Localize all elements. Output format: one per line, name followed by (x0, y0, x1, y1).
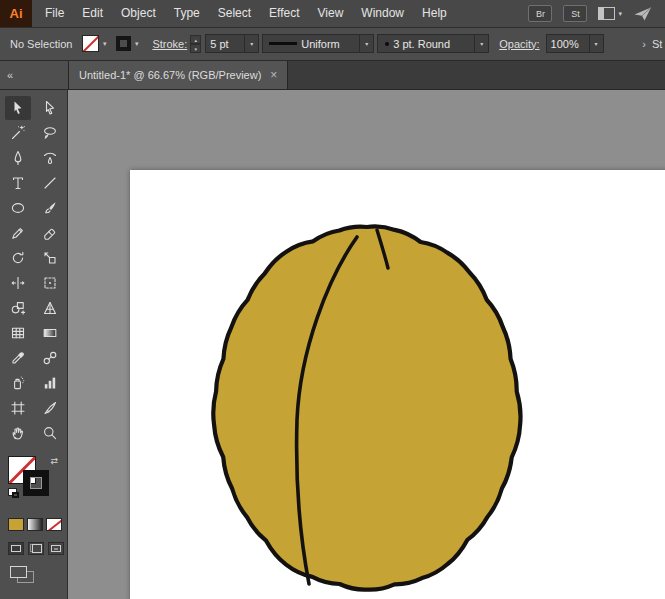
workspace-switcher[interactable]: ▾ (598, 7, 622, 20)
hand-tool[interactable] (5, 421, 31, 445)
paintbrush-tool[interactable] (37, 196, 63, 220)
curvature-tool[interactable] (37, 146, 63, 170)
stock-button[interactable]: St (563, 5, 587, 22)
coconut-body[interactable] (213, 226, 520, 589)
color-button[interactable] (8, 518, 24, 531)
menubar-right: Br St ▾ (528, 5, 665, 22)
canvas-area[interactable] (69, 91, 665, 599)
line-segment-tool-icon (42, 175, 58, 191)
selection-tool[interactable] (5, 96, 31, 120)
blend-tool[interactable] (37, 346, 63, 370)
selection-tool-icon (10, 100, 26, 116)
width-profile-select[interactable]: Uniform ▾ (262, 34, 374, 53)
coconut-artwork (130, 170, 665, 599)
draw-inside-button[interactable] (48, 542, 64, 555)
type-tool[interactable] (5, 171, 31, 195)
eyedropper-tool[interactable] (5, 346, 31, 370)
color-type-row (8, 518, 62, 531)
stepper-down-icon[interactable]: ▾ (190, 44, 201, 53)
shape-builder-tool[interactable] (5, 296, 31, 320)
gradient-tool[interactable] (37, 321, 63, 345)
menu-effect[interactable]: Effect (260, 0, 308, 27)
stroke-panel-link[interactable]: Stroke: (152, 38, 187, 50)
eraser-tool[interactable] (37, 221, 63, 245)
draw-behind-button[interactable] (28, 542, 44, 555)
magic-wand-tool-icon (10, 125, 26, 141)
chevron-down-icon: ▾ (618, 10, 622, 17)
magic-wand-tool[interactable] (5, 121, 31, 145)
stroke-chevron-icon[interactable]: ▾ (131, 40, 142, 48)
stroke-weight-value: 5 pt (206, 38, 244, 50)
menu-edit[interactable]: Edit (73, 0, 112, 27)
default-fill-stroke-icon[interactable] (8, 488, 21, 499)
workspace-icon (598, 7, 615, 20)
brush-value: 3 pt. Round (389, 38, 474, 50)
menu-view[interactable]: View (309, 0, 353, 27)
document-tab[interactable]: Untitled-1* @ 66.67% (RGB/Preview) × (68, 61, 288, 89)
zoom-tool[interactable] (37, 421, 63, 445)
stroke-color-swatch[interactable] (116, 36, 131, 51)
symbol-sprayer-tool[interactable] (5, 371, 31, 395)
mesh-tool[interactable] (5, 321, 31, 345)
menu-help[interactable]: Help (413, 0, 456, 27)
paintbrush-tool-icon (42, 200, 58, 216)
menu-select[interactable]: Select (209, 0, 260, 27)
perspective-grid-tool-icon (42, 300, 58, 316)
app-logo: Ai (0, 0, 32, 27)
width-tool[interactable] (5, 271, 31, 295)
pencil-tool[interactable] (5, 221, 31, 245)
menu-window[interactable]: Window (352, 0, 413, 27)
menu-type[interactable]: Type (165, 0, 209, 27)
opacity-select[interactable]: 100% ▾ (546, 34, 604, 53)
bridge-button[interactable]: Br (528, 5, 552, 22)
stroke-swatch-black[interactable] (23, 470, 49, 496)
chevron-down-icon[interactable]: ▾ (244, 35, 258, 52)
artboard-tool[interactable] (5, 396, 31, 420)
menubar: Ai FileEditObjectTypeSelectEffectViewWin… (0, 0, 665, 28)
gradient-tool-icon (42, 325, 58, 341)
menu-file[interactable]: File (36, 0, 73, 27)
none-button[interactable] (46, 518, 62, 531)
gradient-button[interactable] (27, 518, 43, 531)
chevron-down-icon[interactable]: ▾ (474, 35, 488, 52)
menu-object[interactable]: Object (112, 0, 165, 27)
document-tab-title: Untitled-1* @ 66.67% (RGB/Preview) (79, 69, 261, 81)
tools-panel: ⇄ (0, 90, 68, 599)
artboard[interactable] (130, 170, 665, 599)
direct-selection-tool[interactable] (37, 96, 63, 120)
drawing-modes (8, 542, 64, 555)
rotate-tool[interactable] (5, 246, 31, 270)
chevron-down-icon[interactable]: ▾ (359, 35, 373, 52)
line-segment-tool[interactable] (37, 171, 63, 195)
stroke-weight-stepper[interactable]: ▴ ▾ (190, 35, 201, 53)
swap-fill-stroke-icon[interactable]: ⇄ (50, 456, 58, 466)
scale-tool[interactable] (37, 246, 63, 270)
lasso-tool[interactable] (37, 121, 63, 145)
curvature-tool-icon (42, 150, 58, 166)
chevron-down-icon[interactable]: ▾ (589, 35, 603, 52)
more-options-button[interactable]: › (636, 38, 652, 50)
stroke-weight-select[interactable]: 5 pt ▾ (205, 34, 259, 53)
rotate-tool-icon (10, 250, 26, 266)
toolbar-collapse-button[interactable]: « (0, 61, 68, 89)
slice-tool[interactable] (37, 396, 63, 420)
share-icon[interactable] (633, 6, 653, 22)
collapse-icon: « (7, 69, 13, 81)
pen-tool[interactable] (5, 146, 31, 170)
fill-color-swatch[interactable] (82, 35, 99, 52)
free-transform-tool-icon (42, 275, 58, 291)
stepper-up-icon[interactable]: ▴ (190, 35, 201, 44)
screen-mode-button[interactable] (10, 566, 34, 583)
scale-tool-icon (42, 250, 58, 266)
ellipse-tool[interactable] (5, 196, 31, 220)
tab-bar: « Untitled-1* @ 66.67% (RGB/Preview) × (0, 61, 665, 90)
free-transform-tool[interactable] (37, 271, 63, 295)
lasso-tool-icon (42, 125, 58, 141)
close-icon[interactable]: × (270, 69, 277, 81)
column-graph-tool[interactable] (37, 371, 63, 395)
opacity-panel-link[interactable]: Opacity: (499, 38, 539, 50)
perspective-grid-tool[interactable] (37, 296, 63, 320)
fill-chevron-icon[interactable]: ▾ (99, 40, 110, 48)
draw-normal-button[interactable] (8, 542, 24, 555)
brush-select[interactable]: 3 pt. Round ▾ (377, 34, 489, 53)
